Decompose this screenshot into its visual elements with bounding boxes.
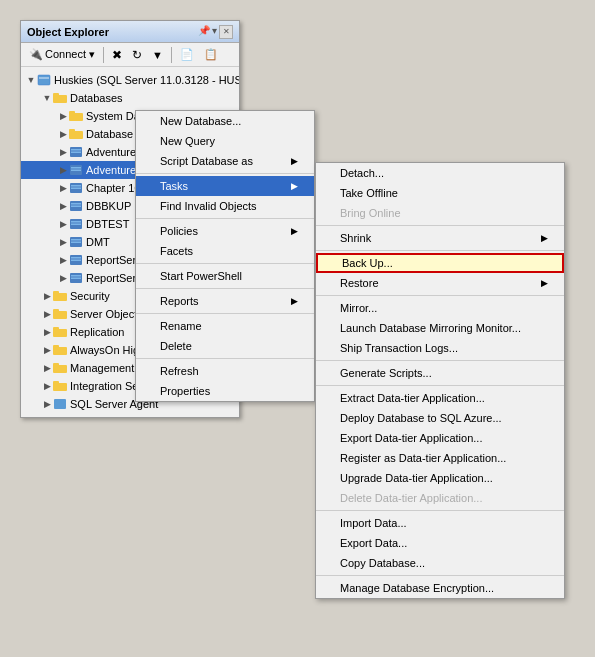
repl-expander[interactable]: ▶ <box>41 326 53 338</box>
svg-rect-39 <box>53 345 59 349</box>
context-menu-tasks: Detach... Take Offline Bring Online Shri… <box>315 162 565 599</box>
rsx-expander[interactable]: ▶ <box>57 272 69 284</box>
menu-refresh[interactable]: Refresh <box>136 361 314 381</box>
manage-encryption-label: Manage Database Encryption... <box>340 582 494 594</box>
systemdbs-expander[interactable]: ▶ <box>57 110 69 122</box>
reports-arrow: ▶ <box>291 296 298 306</box>
summary-button[interactable]: 📋 <box>200 46 222 63</box>
tasks-detach[interactable]: Detach... <box>316 163 564 183</box>
tasks-mirror[interactable]: Mirror... <box>316 298 564 318</box>
connect-button[interactable]: 🔌 Connect ▾ <box>25 46 99 63</box>
menu-tasks[interactable]: Tasks ▶ <box>136 176 314 196</box>
tasks-restore[interactable]: Restore ▶ <box>316 273 564 293</box>
svg-rect-3 <box>53 93 59 97</box>
tasks-export-data[interactable]: Export Data... <box>316 533 564 553</box>
svg-rect-19 <box>71 206 81 208</box>
policies-label: Policies <box>160 225 198 237</box>
tree-item-databases[interactable]: ▼ Databases <box>21 89 239 107</box>
tasks-launch-mirroring[interactable]: Launch Database Mirroring Monitor... <box>316 318 564 338</box>
restore-label: Restore <box>340 277 379 289</box>
dbtest-expander[interactable]: ▶ <box>57 218 69 230</box>
ch16-expander[interactable]: ▶ <box>57 182 69 194</box>
databases-expander[interactable]: ▼ <box>41 92 53 104</box>
tasks-copy-db[interactable]: Copy Database... <box>316 553 564 573</box>
connect-icon: 🔌 <box>29 48 43 61</box>
mgmt-folder-icon <box>53 361 67 375</box>
dbbkup-label: DBBKUP <box>86 200 131 212</box>
server-expander[interactable]: ▼ <box>25 74 37 86</box>
panel-pin[interactable]: 📌 <box>198 25 210 39</box>
rename-label: Rename <box>160 320 202 332</box>
svg-rect-25 <box>71 242 81 244</box>
menu-delete[interactable]: Delete <box>136 336 314 356</box>
detach-label: Detach... <box>340 167 384 179</box>
tasks-backup[interactable]: Back Up... <box>316 253 564 273</box>
tasks-manage-encryption[interactable]: Manage Database Encryption... <box>316 578 564 598</box>
aw-sel-expander[interactable]: ▶ <box>57 164 69 176</box>
menu-new-query[interactable]: New Query <box>136 131 314 151</box>
is-folder-icon <box>53 379 67 393</box>
menu-facets[interactable]: Facets <box>136 241 314 261</box>
svg-rect-12 <box>71 167 81 169</box>
menu-rename[interactable]: Rename <box>136 316 314 336</box>
dbbkup-expander[interactable]: ▶ <box>57 200 69 212</box>
panel-close-btn[interactable]: ✕ <box>219 25 233 39</box>
panel-titlebar: Object Explorer 📌 ▾ ✕ <box>21 21 239 43</box>
dmt-label: DMT <box>86 236 110 248</box>
rs-expander[interactable]: ▶ <box>57 254 69 266</box>
menu-properties[interactable]: Properties <box>136 381 314 401</box>
delete-datatier-label: Delete Data-tier Application... <box>340 492 482 504</box>
menu-start-powershell[interactable]: Start PowerShell <box>136 266 314 286</box>
tasks-extract-datatier[interactable]: Extract Data-tier Application... <box>316 388 564 408</box>
ao-expander[interactable]: ▶ <box>41 344 53 356</box>
tasks-upgrade-datatier[interactable]: Upgrade Data-tier Application... <box>316 468 564 488</box>
tasks-shrink[interactable]: Shrink ▶ <box>316 228 564 248</box>
tree-item-server[interactable]: ▼ Huskies (SQL Server 11.0.3128 - HUSKIE… <box>21 71 239 89</box>
mgmt-expander[interactable]: ▶ <box>41 362 53 374</box>
menu-reports[interactable]: Reports ▶ <box>136 291 314 311</box>
tasks-export-datatier[interactable]: Export Data-tier Application... <box>316 428 564 448</box>
panel-dropdown-icon[interactable]: ▾ <box>212 25 217 39</box>
ao-folder-icon <box>53 343 67 357</box>
disconnect-button[interactable]: ✖ <box>108 46 126 64</box>
repl-folder-icon <box>53 325 67 339</box>
filter-button[interactable]: ▼ <box>148 47 167 63</box>
svg-rect-31 <box>71 278 81 280</box>
svg-rect-21 <box>71 221 81 223</box>
tasks-sep-7 <box>316 575 564 576</box>
snapshots-expander[interactable]: ▶ <box>57 128 69 140</box>
menu-script-database[interactable]: Script Database as ▶ <box>136 151 314 171</box>
tasks-register-datatier[interactable]: Register as Data-tier Application... <box>316 448 564 468</box>
svg-rect-35 <box>53 309 59 313</box>
tasks-import-data[interactable]: Import Data... <box>316 513 564 533</box>
so-expander[interactable]: ▶ <box>41 308 53 320</box>
new-query-button[interactable]: 📄 <box>176 46 198 63</box>
menu-new-database[interactable]: New Database... <box>136 111 314 131</box>
tasks-ship-logs[interactable]: Ship Transaction Logs... <box>316 338 564 358</box>
tasks-delete-datatier[interactable]: Delete Data-tier Application... <box>316 488 564 508</box>
backup-label: Back Up... <box>342 257 393 269</box>
so-folder-icon <box>53 307 67 321</box>
refresh-label: Refresh <box>160 365 199 377</box>
svg-rect-10 <box>71 152 81 154</box>
sqla-expander[interactable]: ▶ <box>41 398 53 410</box>
aw2012-expander[interactable]: ▶ <box>57 146 69 158</box>
svg-rect-0 <box>38 75 50 85</box>
tasks-generate-scripts[interactable]: Generate Scripts... <box>316 363 564 383</box>
new-query-icon: 📄 <box>180 48 194 61</box>
menu-policies[interactable]: Policies ▶ <box>136 221 314 241</box>
tasks-take-offline[interactable]: Take Offline <box>316 183 564 203</box>
svg-rect-41 <box>53 363 59 367</box>
tasks-label: Tasks <box>160 180 188 192</box>
toolbar-separator-1 <box>103 47 104 63</box>
dmt-expander[interactable]: ▶ <box>57 236 69 248</box>
tasks-bring-online[interactable]: Bring Online <box>316 203 564 223</box>
svg-rect-5 <box>69 111 75 115</box>
take-offline-label: Take Offline <box>340 187 398 199</box>
refresh-button[interactable]: ↻ <box>128 46 146 64</box>
systemdbs-folder-icon <box>69 109 83 123</box>
is-expander[interactable]: ▶ <box>41 380 53 392</box>
menu-find-invalid[interactable]: Find Invalid Objects <box>136 196 314 216</box>
tasks-deploy-azure[interactable]: Deploy Database to SQL Azure... <box>316 408 564 428</box>
security-expander[interactable]: ▶ <box>41 290 53 302</box>
